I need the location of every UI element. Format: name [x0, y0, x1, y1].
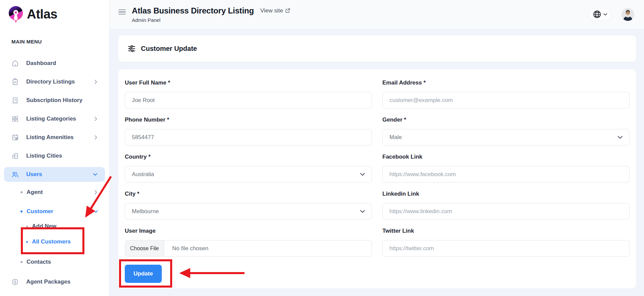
field-phone: Phone Number * — [125, 117, 372, 145]
country-label: Country * — [125, 154, 372, 160]
sidebar: Atlas MAIN MENU Dashboard Directory List… — [0, 0, 109, 296]
sidebar-item-label: Dashboard — [26, 60, 56, 67]
brand-logo[interactable]: Atlas — [0, 0, 109, 29]
sidebar-item-label: Add New — [32, 223, 56, 230]
chevron-right-icon — [94, 135, 98, 140]
main-menu: Dashboard Directory Listings Subscript — [0, 56, 109, 296]
linkedin-label: Linkedin Link — [382, 191, 630, 197]
chevron-down-icon — [360, 173, 365, 176]
linkedin-input[interactable] — [382, 203, 630, 220]
sidebar-item-listing-categories[interactable]: Listing Categories — [4, 111, 105, 126]
hamburger-icon[interactable] — [118, 9, 126, 15]
page-title-card: Customer Update — [118, 35, 636, 62]
user-full-name-input[interactable] — [125, 92, 372, 108]
calendar-plus-icon — [11, 134, 19, 141]
users-icon — [11, 171, 19, 178]
phone-input[interactable] — [125, 129, 372, 145]
city-select[interactable]: Melbourne — [125, 203, 372, 220]
field-city: City * Melbourne — [125, 191, 372, 220]
sidebar-item-label: Directory Listings — [26, 78, 75, 85]
field-twitter: Twitter Link — [382, 228, 630, 257]
clipboard-icon — [11, 78, 19, 86]
country-selected-value: Australia — [132, 171, 154, 178]
sidebar-item-all-customers[interactable]: All Customers — [4, 236, 105, 248]
app-title: Atlas Business Directory Listing — [132, 6, 254, 15]
page-title: Customer Update — [141, 45, 197, 53]
sidebar-item-users[interactable]: Users — [4, 167, 105, 182]
svg-text:$: $ — [14, 280, 16, 284]
field-user-image: User Image Choose File No file chosen — [125, 228, 372, 257]
avatar[interactable] — [621, 8, 634, 21]
customer-update-form: User Full Name * Email Address * Phone N… — [118, 69, 636, 288]
sidebar-item-partial[interactable] — [4, 293, 105, 296]
choose-file-button[interactable]: Choose File — [125, 240, 164, 256]
language-selector[interactable] — [589, 8, 611, 21]
chevron-down-icon — [360, 210, 365, 213]
bullet-icon — [21, 210, 23, 212]
chevron-right-icon — [94, 190, 98, 195]
sidebar-item-label: Customer — [27, 208, 53, 215]
chevron-down-icon — [93, 210, 98, 213]
file-status-text: No file chosen — [164, 240, 209, 256]
gender-label: Gender * — [382, 117, 630, 123]
email-input[interactable] — [382, 92, 630, 108]
submit-row: Update — [125, 265, 372, 283]
sidebar-item-customer[interactable]: Customer — [4, 205, 105, 218]
bullet-icon — [21, 191, 23, 193]
country-select[interactable]: Australia — [125, 166, 372, 183]
field-email: Email Address * — [382, 79, 630, 108]
bullet-icon — [21, 261, 23, 263]
gender-selected-value: Male — [389, 134, 402, 141]
gender-select[interactable]: Male — [382, 129, 630, 145]
sidebar-item-subscription-history[interactable]: Subscription History — [4, 93, 105, 108]
globe-icon — [593, 10, 601, 19]
twitter-input[interactable] — [382, 240, 630, 257]
main-area: Atlas Business Directory Listing View si… — [109, 0, 644, 296]
atlas-pin-icon — [7, 5, 25, 24]
user-image-label: User Image — [125, 228, 372, 234]
bullet-icon — [26, 226, 28, 227]
chevron-down-icon — [603, 13, 607, 16]
view-site-link[interactable]: View site — [260, 7, 290, 14]
sidebar-item-label: Contacts — [27, 259, 51, 265]
sidebar-item-label: Users — [26, 171, 42, 178]
topbar: Atlas Business Directory Listing View si… — [109, 0, 644, 29]
bullet-icon — [26, 241, 28, 243]
sidebar-item-label: All Customers — [32, 238, 71, 245]
email-label: Email Address * — [382, 79, 630, 86]
phone-label: Phone Number * — [125, 117, 372, 123]
user-image-file-input[interactable]: Choose File No file chosen — [125, 240, 372, 257]
update-button[interactable]: Update — [125, 265, 162, 283]
sidebar-item-dashboard[interactable]: Dashboard — [4, 56, 105, 71]
field-facebook: Facebook Link — [382, 154, 630, 183]
user-full-name-label: User Full Name * — [125, 79, 372, 86]
page-content: Customer Update User Full Name * Email A… — [109, 29, 644, 296]
sidebar-item-agent[interactable]: Agent — [4, 186, 105, 199]
sidebar-item-label: Listing Cities — [26, 153, 62, 159]
dollar-icon: $ — [11, 278, 19, 286]
facebook-input[interactable] — [382, 166, 630, 183]
facebook-label: Facebook Link — [382, 154, 630, 160]
sidebar-item-contacts[interactable]: Contacts — [4, 255, 105, 269]
sidebar-item-label: Listing Amenities — [26, 134, 74, 141]
field-linkedin: Linkedin Link — [382, 191, 630, 220]
chevron-right-icon — [94, 117, 98, 121]
sidebar-item-agent-packages[interactable]: $ Agent Packages — [4, 274, 105, 289]
field-country: Country * Australia — [125, 154, 372, 183]
city-label: City * — [125, 191, 372, 197]
field-user-full-name: User Full Name * — [125, 79, 372, 108]
chevron-down-icon — [617, 136, 623, 139]
sidebar-item-add-new[interactable]: Add New — [4, 220, 105, 232]
sidebar-item-label: Agent Packages — [26, 278, 70, 285]
sidebar-item-directory-listings[interactable]: Directory Listings — [4, 74, 105, 89]
buildings-icon — [11, 152, 19, 160]
view-site-label: View site — [260, 7, 283, 14]
header-text: Atlas Business Directory Listing View si… — [132, 6, 290, 23]
receipt-icon — [11, 97, 19, 104]
external-link-icon — [285, 8, 290, 13]
sidebar-item-label: Subscription History — [26, 97, 82, 104]
sidebar-item-label: Listing Categories — [26, 116, 76, 122]
sidebar-item-listing-cities[interactable]: Listing Cities — [4, 149, 105, 163]
sidebar-item-listing-amenities[interactable]: Listing Amenities — [4, 130, 105, 145]
chevron-down-icon — [93, 173, 98, 176]
